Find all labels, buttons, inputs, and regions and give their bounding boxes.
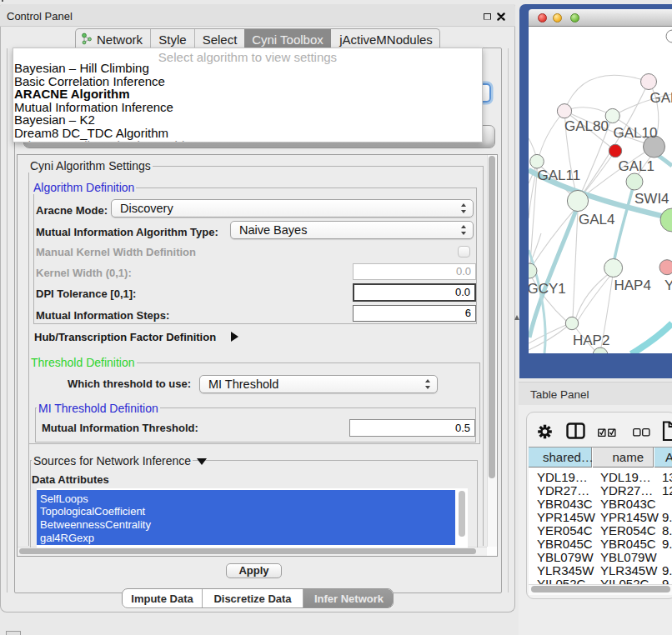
svg-text:GAL4: GAL4 [579, 212, 614, 228]
svg-text:GAL80: GAL80 [564, 118, 609, 134]
svg-text:HAP2: HAP2 [573, 332, 609, 348]
svg-text:GAL1: GAL1 [619, 158, 654, 174]
svg-text:HAP4: HAP4 [614, 278, 651, 293]
svg-text:GAL7: GAL7 [650, 90, 672, 106]
svg-text:GAL10: GAL10 [614, 125, 658, 141]
svg-text:SWI4: SWI4 [634, 191, 669, 207]
svg-text:GAL11: GAL11 [538, 168, 581, 183]
svg-text:GCY1: GCY1 [529, 281, 566, 297]
svg-text:Y: Y [664, 278, 672, 293]
